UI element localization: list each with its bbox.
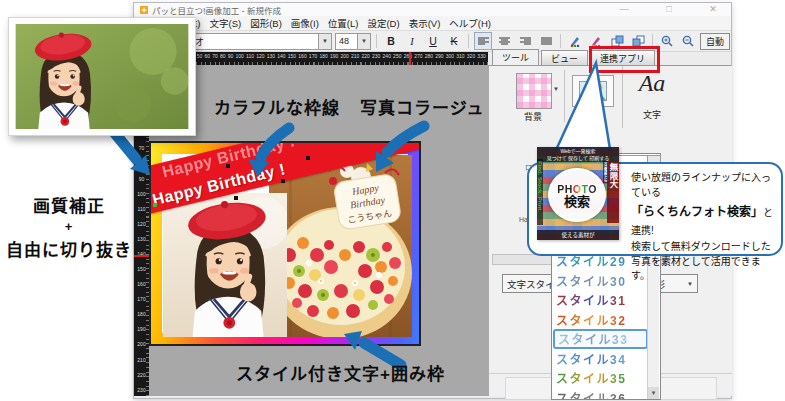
ruler-number: 160	[298, 53, 306, 59]
selection-handle[interactable]	[281, 179, 285, 183]
style-list-item[interactable]: スタイル35	[553, 368, 648, 388]
font-size-value: 48	[336, 36, 357, 46]
style-list-item[interactable]: スタイル32	[553, 310, 648, 330]
original-photo-inset	[8, 17, 196, 136]
chevron-down-icon[interactable]: ▼	[553, 86, 559, 92]
ruler-number: 130	[137, 236, 145, 242]
selection-handle[interactable]	[226, 164, 230, 168]
minimize-button[interactable]: —	[611, 3, 637, 15]
ruler-number: 250	[393, 53, 401, 59]
annotation-styled-text: スタイル付き文字+囲み枠	[236, 360, 445, 385]
italic-button[interactable]: I	[403, 32, 421, 50]
ruler-number: 170	[137, 296, 145, 302]
zoom-in-icon[interactable]	[658, 32, 676, 50]
font-family-combo[interactable]: リオ ▼	[182, 33, 332, 50]
rotation-handle[interactable]	[153, 203, 157, 207]
logo-left-text: Find. Stock. Print.	[537, 159, 543, 225]
bold-button[interactable]: B	[382, 32, 400, 50]
ruler-number: 150	[288, 53, 296, 59]
ruler-number: 210	[137, 357, 145, 363]
menu-item[interactable]: 表示(V)	[409, 16, 441, 30]
align-justify-button[interactable]	[537, 32, 555, 50]
insert-image-button[interactable]	[572, 75, 614, 107]
ruler-number: 50	[197, 53, 203, 59]
underline-button[interactable]: U	[424, 32, 442, 50]
panel-separator	[622, 66, 623, 128]
text-tool-label: 文字	[632, 108, 672, 121]
ruler-number: 220	[137, 372, 145, 378]
annotation-quality-crop: 画質補正 + 自由に切り抜き	[0, 192, 138, 261]
ruler-number: 180	[137, 311, 145, 317]
menu-item[interactable]: 位置(L)	[328, 16, 359, 30]
selection-handle[interactable]	[306, 156, 310, 160]
menu-item[interactable]: 設定(D)	[367, 16, 399, 30]
ruler-number: 90	[228, 53, 234, 59]
ruler-number: 110	[138, 206, 146, 212]
close-button[interactable]: ✕	[700, 3, 726, 15]
style-list-item[interactable]: スタイル31	[553, 290, 648, 310]
annotation-free-crop: 自由に切り抜き	[0, 236, 138, 261]
zoom-out-icon[interactable]	[679, 32, 697, 50]
app-icon	[140, 6, 148, 14]
ruler-number: 230	[137, 387, 145, 393]
ruler-number: 330	[477, 53, 485, 59]
menu-item[interactable]: 図形(B)	[250, 16, 282, 30]
auto-zoom-button[interactable]: 自動	[700, 33, 730, 50]
ruler-number: 160	[137, 281, 145, 287]
align-center-button[interactable]	[495, 32, 513, 50]
text-color-pen-icon[interactable]	[566, 32, 584, 50]
ruler-number: 300	[446, 53, 454, 59]
panel-separator	[564, 70, 565, 122]
ruler-number: 110	[246, 53, 254, 59]
selection-handle[interactable]	[234, 196, 238, 200]
style-list-item[interactable]: スタイル36	[553, 388, 648, 400]
ruler-number: 70	[212, 53, 218, 59]
toolbar-separator	[376, 34, 377, 48]
logo-kensaku-text: 検索	[564, 195, 590, 208]
maximize-button[interactable]: □	[656, 3, 682, 15]
ruler-number: 100	[137, 191, 145, 197]
font-family-value: リオ	[183, 35, 318, 48]
toolbar-separator	[560, 34, 561, 48]
background-swatch-button[interactable]	[516, 73, 552, 109]
bubble-line1: 使い放題のラインナップに入っている	[631, 171, 779, 200]
style-list-item[interactable]: スタイル34	[553, 349, 648, 369]
ruler-number: 180	[319, 53, 327, 59]
document-canvas[interactable]: Happy Birthday こうちゃん Happy Birthday ! Ha…	[149, 141, 421, 346]
annotation-photo-collage: 写真コラージュ	[360, 94, 484, 119]
menu-item[interactable]: 文字(S)	[210, 16, 242, 30]
font-size-combo[interactable]: 48 ▼	[335, 33, 371, 50]
title-bar: パッと目立つ!画像加工 - 新規作成 — □ ✕	[134, 3, 731, 16]
logo-right-text2: 無限大	[607, 161, 619, 223]
red-highlight-box	[589, 46, 660, 73]
style-list-item[interactable]: スタイル33	[553, 329, 648, 349]
girl-photo[interactable]	[163, 193, 287, 337]
chocolate-plate: Happy Birthday こうちゃん	[333, 173, 402, 230]
window-title: パッと目立つ!画像加工 - 新規作成	[152, 4, 281, 16]
panel-tab-ビュー[interactable]: ビュー	[541, 50, 588, 65]
menu-item[interactable]: ヘルプ(H)	[449, 16, 491, 30]
ruler-number: 80	[139, 161, 145, 167]
ruler-number: 200	[340, 53, 348, 59]
photo-search-logo: Webで一発検索 見つけて 保存して 印刷する Find. Stock. Pri…	[537, 147, 619, 240]
image-icon	[579, 81, 607, 101]
chevron-down-icon[interactable]: ▼	[357, 34, 370, 49]
chevron-down-icon[interactable]: ▼	[318, 34, 331, 49]
strikethrough-button[interactable]: K	[445, 32, 463, 50]
ruler-number: 190	[330, 53, 338, 59]
align-left-button[interactable]	[474, 32, 492, 50]
text-tool-button[interactable]: Aa	[632, 70, 672, 97]
panel-tab-ツール[interactable]: ツール	[492, 49, 539, 65]
ruler-number: 90	[139, 176, 145, 182]
cake-photo[interactable]: Happy Birthday こうちゃん	[269, 155, 412, 337]
ruler-number: 220	[362, 53, 370, 59]
ruler-number: 170	[309, 53, 317, 59]
ruler-number: 120	[137, 221, 145, 227]
ruler-number: 230	[372, 53, 380, 59]
ruler-number: 80	[220, 53, 226, 59]
annotation-plus: +	[0, 219, 138, 234]
menu-item[interactable]: 画像(I)	[291, 16, 319, 30]
align-right-button[interactable]	[516, 32, 534, 50]
scroll-down-icon[interactable]: ▼	[648, 387, 659, 399]
ruler-number: 290	[435, 53, 443, 59]
